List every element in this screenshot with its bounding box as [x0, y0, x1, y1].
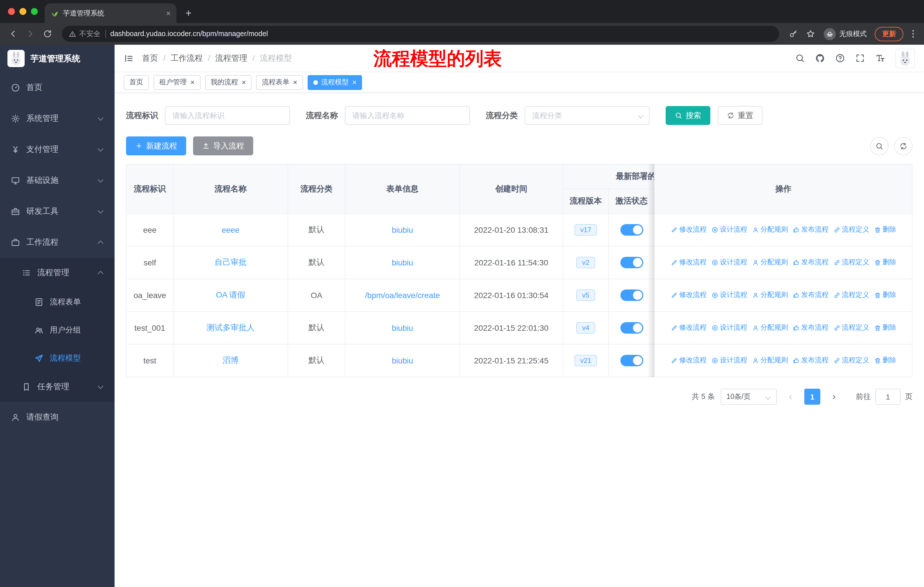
reload-button[interactable] — [40, 26, 55, 41]
close-icon[interactable] — [241, 79, 246, 86]
fullscreen-icon[interactable] — [855, 53, 865, 63]
close-icon[interactable] — [190, 79, 195, 86]
version-badge[interactable]: v5 — [576, 289, 595, 301]
view-tab-home[interactable]: 首页 — [124, 75, 149, 90]
breadcrumb-item[interactable]: 首页 — [142, 53, 158, 63]
zoom-window-button[interactable] — [31, 8, 38, 15]
breadcrumb-item[interactable]: 工作流程 — [158, 53, 203, 63]
publish-process-action[interactable]: 发布流程 — [792, 258, 828, 268]
modify-process-action[interactable]: 修改流程 — [670, 290, 706, 300]
sidebar-item-process-management[interactable]: 流程管理 — [0, 258, 115, 288]
font-size-icon[interactable] — [875, 53, 885, 63]
breadcrumb-item[interactable]: 流程模型 — [248, 53, 292, 63]
design-process-action[interactable]: 设计流程 — [711, 258, 747, 268]
current-page[interactable]: 1 — [804, 389, 820, 405]
version-badge[interactable]: v21 — [574, 355, 597, 366]
sidebar-item-payment[interactable]: 支付管理 — [0, 134, 115, 165]
help-icon[interactable] — [835, 53, 845, 63]
security-indicator[interactable]: 不安全 — [69, 29, 101, 39]
goto-page-input[interactable] — [875, 389, 901, 405]
browser-update-button[interactable]: 更新 — [875, 26, 903, 41]
sidebar-item-devtools[interactable]: 研发工具 — [0, 196, 115, 227]
form-info-link[interactable]: /bpm/oa/leave/create — [365, 291, 440, 300]
assign-rule-action[interactable]: 分配规则 — [752, 356, 788, 365]
design-process-action[interactable]: 设计流程 — [711, 290, 747, 300]
process-id-input[interactable] — [165, 106, 290, 125]
design-process-action[interactable]: 设计流程 — [711, 225, 747, 235]
toggle-search-button[interactable] — [870, 137, 888, 155]
browser-tab[interactable]: 芋道管理系统 — [45, 3, 177, 23]
address-bar[interactable]: 不安全 dashboard.yudao.iocoder.cn/bpm/manag… — [62, 26, 779, 42]
active-toggle[interactable] — [620, 289, 643, 301]
sidebar-item-process-form[interactable]: 流程表单 — [0, 288, 115, 316]
publish-process-action[interactable]: 发布流程 — [792, 323, 828, 333]
view-tab-tenant[interactable]: 租户管理 — [153, 75, 200, 90]
sidebar-fold-icon[interactable] — [124, 53, 134, 63]
forward-button[interactable] — [23, 26, 38, 41]
category-select[interactable]: 流程分类 — [525, 106, 650, 125]
delete-action[interactable]: 删除 — [874, 225, 896, 235]
active-toggle[interactable] — [620, 322, 643, 334]
form-info-link[interactable]: biubiu — [392, 323, 413, 332]
design-process-action[interactable]: 设计流程 — [711, 323, 747, 333]
close-icon[interactable] — [293, 79, 297, 86]
delete-action[interactable]: 删除 — [874, 290, 896, 300]
active-toggle[interactable] — [620, 224, 643, 236]
process-definition-action[interactable]: 流程定义 — [833, 356, 869, 365]
page-size-select[interactable]: 10条/页 — [721, 389, 777, 405]
design-process-action[interactable]: 设计流程 — [711, 356, 747, 365]
process-definition-action[interactable]: 流程定义 — [833, 323, 869, 333]
search-button[interactable]: 搜索 — [666, 106, 710, 125]
active-toggle[interactable] — [620, 257, 643, 268]
browser-menu-icon[interactable] — [908, 29, 918, 39]
view-tab-my-process[interactable]: 我的流程 — [205, 75, 251, 90]
sidebar-item-infrastructure[interactable]: 基础设施 — [0, 165, 115, 196]
next-page-button[interactable]: › — [826, 389, 842, 405]
publish-process-action[interactable]: 发布流程 — [792, 290, 828, 300]
modify-process-action[interactable]: 修改流程 — [670, 258, 706, 268]
breadcrumb-item[interactable]: 流程管理 — [203, 53, 248, 63]
modify-process-action[interactable]: 修改流程 — [670, 225, 706, 235]
password-key-icon[interactable] — [789, 29, 798, 38]
user-avatar[interactable] — [895, 48, 915, 68]
publish-process-action[interactable]: 发布流程 — [792, 356, 828, 365]
sidebar-item-system[interactable]: 系统管理 — [0, 103, 115, 134]
prev-page-button[interactable]: ‹ — [782, 389, 799, 405]
assign-rule-action[interactable]: 分配规则 — [752, 290, 788, 300]
search-icon[interactable] — [795, 53, 805, 63]
process-name-link[interactable]: 测试多审批人 — [206, 323, 255, 332]
active-toggle[interactable] — [620, 355, 643, 366]
sidebar-item-workflow[interactable]: 工作流程 — [0, 227, 115, 258]
version-badge[interactable]: v4 — [576, 322, 595, 334]
sidebar-item-process-model[interactable]: 流程模型 — [0, 344, 115, 372]
reset-button[interactable]: 重置 — [718, 106, 762, 125]
sidebar-item-user-group[interactable]: 用户分组 — [0, 316, 115, 344]
version-badge[interactable]: v2 — [576, 257, 595, 268]
view-tab-process-form[interactable]: 流程表单 — [256, 75, 303, 90]
assign-rule-action[interactable]: 分配规则 — [752, 258, 788, 268]
delete-action[interactable]: 删除 — [874, 323, 896, 333]
close-icon[interactable] — [352, 79, 356, 86]
delete-action[interactable]: 删除 — [874, 258, 896, 268]
new-tab-button[interactable] — [181, 6, 196, 21]
process-name-link[interactable]: 自己审批 — [214, 257, 247, 266]
bookmark-star-icon[interactable] — [806, 29, 815, 38]
modify-process-action[interactable]: 修改流程 — [670, 356, 706, 365]
form-info-link[interactable]: biubiu — [392, 225, 413, 235]
minimize-window-button[interactable] — [20, 8, 26, 15]
process-name-link[interactable]: eeee — [222, 225, 239, 235]
assign-rule-action[interactable]: 分配规则 — [752, 323, 788, 333]
tab-close-icon[interactable] — [166, 9, 171, 17]
publish-process-action[interactable]: 发布流程 — [792, 225, 828, 235]
version-badge[interactable]: v17 — [574, 224, 597, 236]
refresh-table-button[interactable] — [894, 137, 912, 155]
create-process-button[interactable]: 新建流程 — [126, 136, 186, 155]
close-window-button[interactable] — [8, 8, 15, 15]
assign-rule-action[interactable]: 分配规则 — [752, 225, 788, 235]
process-name-link[interactable]: 滔博 — [223, 356, 239, 365]
process-definition-action[interactable]: 流程定义 — [833, 258, 869, 268]
process-definition-action[interactable]: 流程定义 — [833, 290, 869, 300]
form-info-link[interactable]: biubiu — [392, 356, 413, 365]
process-name-input[interactable] — [345, 106, 470, 125]
view-tab-process-model[interactable]: 流程模型 — [308, 75, 362, 90]
